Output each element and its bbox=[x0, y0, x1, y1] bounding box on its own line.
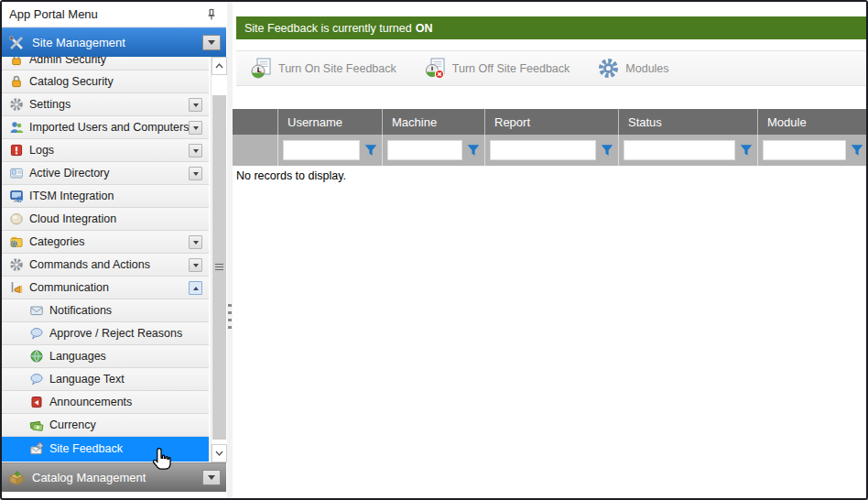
column-header-module[interactable]: Module bbox=[758, 109, 868, 135]
gear-icon bbox=[9, 257, 24, 272]
sidebar-menu-list: Admin Security Catalog Security Settings bbox=[2, 57, 209, 462]
pin-icon[interactable] bbox=[204, 7, 219, 22]
speech-bubble-icon bbox=[29, 326, 44, 341]
filter-input-machine[interactable] bbox=[387, 140, 462, 160]
filter-funnel-icon[interactable] bbox=[466, 143, 481, 158]
scrollbar-grip-icon bbox=[215, 264, 223, 271]
sidebar-item-active-directory[interactable]: Active Directory bbox=[2, 162, 209, 185]
expand-button[interactable] bbox=[189, 258, 202, 272]
sidebar-item-itsm-integration[interactable]: ITSM Integration bbox=[2, 185, 209, 208]
main-content: Site Feedback is currently turned ON Tur… bbox=[233, 2, 866, 498]
column-header-report[interactable]: Report bbox=[485, 109, 619, 135]
announcement-icon bbox=[29, 395, 44, 409]
sidebar-item-commands-and-actions[interactable]: Commands and Actions bbox=[2, 254, 209, 277]
sidebar-item-approve-reject-reasons[interactable]: Approve / Reject Reasons bbox=[2, 322, 209, 345]
filter-input-module[interactable] bbox=[763, 140, 846, 160]
scroll-down-button[interactable] bbox=[212, 444, 227, 462]
speech-bubble-icon bbox=[29, 372, 44, 386]
column-header-username[interactable]: Username bbox=[278, 109, 383, 135]
sidebar-item-language-text[interactable]: Language Text bbox=[2, 368, 209, 391]
sidebar-group-site-management[interactable]: Site Management bbox=[2, 27, 226, 57]
lock-icon bbox=[9, 57, 24, 67]
column-header-status[interactable]: Status bbox=[619, 109, 758, 135]
filter-cell-indicator bbox=[233, 135, 278, 166]
group-label: Catalog Management bbox=[32, 471, 202, 484]
log-alert-icon bbox=[9, 143, 24, 158]
filter-cell-module bbox=[758, 135, 868, 166]
scrollbar-thumb[interactable] bbox=[212, 95, 226, 440]
sidebar-item-admin-security[interactable]: Admin Security bbox=[2, 57, 209, 71]
splitter-grip-icon bbox=[228, 304, 232, 332]
filter-cell-username bbox=[278, 135, 383, 166]
lock-icon bbox=[9, 74, 24, 89]
filter-cell-report bbox=[485, 135, 619, 166]
contact-card-icon bbox=[9, 166, 24, 180]
feedback-grid: Username Machine Report Status Module bbox=[233, 109, 868, 166]
turn-on-site-feedback-button[interactable]: Turn On Site Feedback bbox=[242, 52, 408, 84]
megaphone-icon bbox=[9, 280, 24, 295]
sidebar-item-site-feedback[interactable]: Site Feedback bbox=[2, 437, 209, 462]
filter-funnel-icon[interactable] bbox=[739, 143, 754, 158]
toolbar: Turn On Site Feedback Turn Off Site Feed… bbox=[236, 50, 866, 86]
sidebar-item-catalog-security[interactable]: Catalog Security bbox=[2, 71, 209, 93]
column-header-machine[interactable]: Machine bbox=[383, 109, 485, 135]
app-portal-window: App Portal Menu Site Management bbox=[0, 0, 868, 500]
sidebar-item-imported-users-and-computers[interactable]: Imported Users and Computers bbox=[2, 116, 209, 139]
empty-records-message: No records to display. bbox=[234, 168, 348, 184]
status-banner: Site Feedback is currently turned ON bbox=[236, 16, 866, 39]
sidebar-item-announcements[interactable]: Announcements bbox=[2, 391, 209, 414]
monitor-gear-icon bbox=[9, 189, 24, 203]
collapse-button[interactable] bbox=[189, 281, 202, 295]
status-text: Site Feedback is currently turned bbox=[244, 22, 412, 35]
filter-funnel-icon[interactable] bbox=[363, 143, 378, 158]
sidebar-item-logs[interactable]: Logs bbox=[2, 139, 209, 162]
modules-button[interactable]: Modules bbox=[589, 52, 680, 84]
filter-input-status[interactable] bbox=[624, 140, 735, 160]
expand-button[interactable] bbox=[189, 167, 202, 180]
sidebar-item-settings[interactable]: Settings bbox=[2, 93, 209, 116]
sidebar-item-communication[interactable]: Communication bbox=[2, 277, 209, 299]
sidebar-item-cloud-integration[interactable]: Cloud Integration bbox=[2, 208, 209, 231]
sidebar-title: App Portal Menu bbox=[9, 7, 204, 21]
turn-off-site-feedback-button[interactable]: Turn Off Site Feedback bbox=[416, 52, 582, 84]
filter-input-report[interactable] bbox=[490, 140, 596, 160]
sidebar-scrollbar[interactable] bbox=[211, 57, 226, 462]
folder-gear-icon bbox=[9, 234, 24, 249]
expand-button[interactable] bbox=[189, 121, 202, 135]
sidebar-group-catalog-management[interactable]: Catalog Management bbox=[2, 462, 226, 492]
package-box-icon bbox=[7, 469, 26, 487]
filter-cell-machine bbox=[383, 135, 485, 166]
modules-gear-icon bbox=[597, 57, 620, 80]
sidebar: App Portal Menu Site Management bbox=[2, 2, 226, 492]
envelope-icon bbox=[29, 303, 44, 318]
users-icon bbox=[9, 120, 24, 135]
feedback-envelope-icon bbox=[29, 441, 44, 456]
sidebar-title-bar: App Portal Menu bbox=[2, 2, 226, 27]
globe-icon bbox=[29, 349, 44, 364]
tools-icon bbox=[7, 34, 26, 52]
grid-header-row: Username Machine Report Status Module bbox=[233, 109, 868, 135]
group-label: Site Management bbox=[32, 36, 202, 49]
filter-funnel-icon[interactable] bbox=[600, 143, 614, 158]
sidebar-item-currency[interactable]: Currency bbox=[2, 414, 209, 437]
group-expand-button[interactable] bbox=[202, 470, 221, 485]
column-header-indicator[interactable] bbox=[233, 109, 278, 135]
scroll-up-button[interactable] bbox=[212, 57, 227, 75]
expand-button[interactable] bbox=[189, 98, 202, 112]
group-collapse-button[interactable] bbox=[202, 35, 221, 50]
money-icon bbox=[29, 418, 44, 432]
sidebar-item-languages[interactable]: Languages bbox=[2, 345, 209, 368]
cloud-icon bbox=[9, 212, 24, 226]
filter-input-username[interactable] bbox=[283, 140, 360, 160]
status-state: ON bbox=[416, 22, 433, 35]
sidebar-item-notifications[interactable]: Notifications bbox=[2, 299, 209, 322]
expand-button[interactable] bbox=[189, 235, 202, 249]
turn-on-icon bbox=[250, 57, 273, 80]
filter-funnel-icon[interactable] bbox=[850, 143, 864, 158]
sidebar-item-categories[interactable]: Categories bbox=[2, 231, 209, 254]
expand-button[interactable] bbox=[189, 144, 202, 158]
gear-icon bbox=[9, 97, 24, 112]
grid-filter-row bbox=[233, 135, 868, 166]
filter-cell-status bbox=[619, 135, 758, 166]
turn-off-icon bbox=[424, 57, 447, 80]
